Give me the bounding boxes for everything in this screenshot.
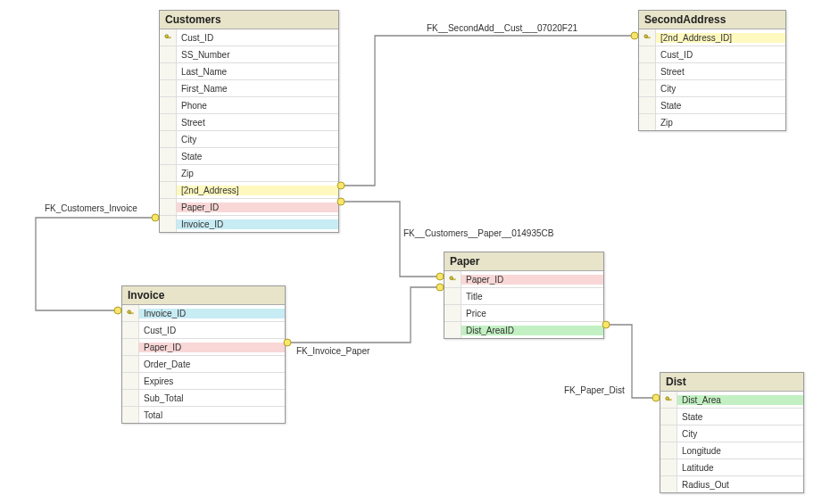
- relationships-layer: [0, 0, 822, 504]
- svg-point-14: [337, 198, 345, 205]
- svg-point-17: [436, 284, 444, 291]
- svg-point-11: [114, 307, 121, 314]
- fk-label-customers-paper: FK__Customers__Paper__014935CB: [403, 228, 553, 238]
- svg-point-16: [284, 339, 291, 346]
- fk-label-secondadd-cust: FK__SecondAdd__Cust___07020F21: [427, 23, 577, 33]
- svg-point-10: [152, 214, 159, 221]
- svg-point-15: [436, 273, 444, 280]
- svg-point-13: [631, 32, 638, 39]
- svg-point-12: [337, 182, 345, 189]
- svg-point-18: [602, 321, 610, 328]
- fk-label-customers-invoice: FK_Customers_Invoice: [45, 203, 137, 213]
- fk-label-paper-dist: FK_Paper_Dist: [564, 385, 625, 395]
- svg-point-19: [652, 394, 660, 401]
- fk-label-invoice-paper: FK_Invoice_Paper: [296, 346, 369, 356]
